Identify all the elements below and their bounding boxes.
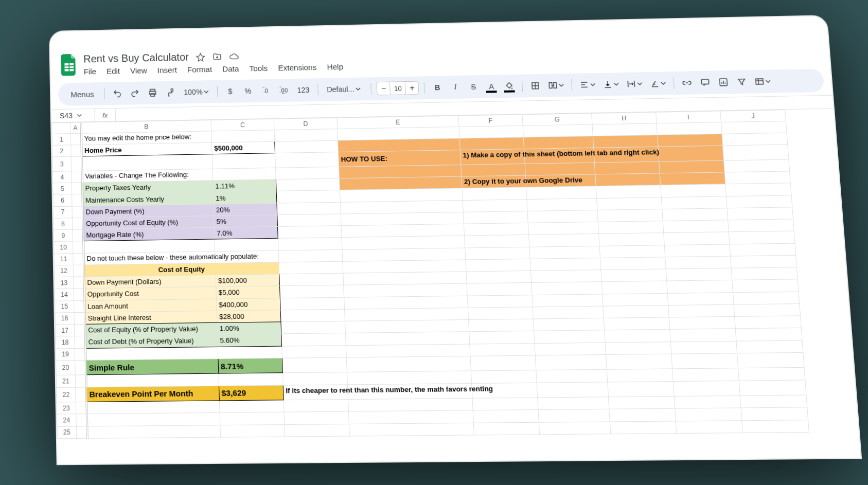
menu-help[interactable]: Help xyxy=(327,62,343,71)
cell-B18[interactable]: Cost of Debt (% of Property Value) xyxy=(85,335,218,348)
bold-button[interactable]: B xyxy=(430,80,445,95)
row-header[interactable]: 16 xyxy=(55,312,74,325)
cell-B14[interactable]: Opportunity Cost xyxy=(84,287,216,300)
row-header[interactable]: 25 xyxy=(57,426,77,439)
toolbar-search[interactable]: Menus xyxy=(63,89,99,99)
row-header[interactable]: 11 xyxy=(54,253,73,265)
menu-insert[interactable]: Insert xyxy=(157,65,177,75)
col-header-D[interactable]: D xyxy=(274,118,337,130)
filter-button[interactable] xyxy=(734,75,750,89)
cell-B22[interactable]: Breakeven Point Per Month xyxy=(86,386,219,402)
name-box[interactable]: S43 xyxy=(51,109,95,122)
cell-C16[interactable]: $28,000 xyxy=(217,310,281,323)
cell-B20[interactable]: Simple Rule xyxy=(85,358,219,375)
fill-color-button[interactable] xyxy=(502,79,517,94)
row-header[interactable]: 8 xyxy=(54,218,73,230)
row-header[interactable]: 14 xyxy=(55,289,74,301)
row-header[interactable]: 5 xyxy=(53,183,72,194)
row-header[interactable]: 23 xyxy=(57,402,76,415)
font-size-value[interactable]: 10 xyxy=(389,82,406,95)
format-percent-button[interactable]: % xyxy=(240,84,255,99)
cell-C7[interactable]: 20% xyxy=(214,203,277,216)
row-header[interactable]: 24 xyxy=(57,414,77,426)
cell-C8[interactable]: 5% xyxy=(214,215,278,228)
row-header[interactable]: 1 xyxy=(52,134,71,146)
cell-D22[interactable]: If its cheaper to rent than this number,… xyxy=(283,384,348,400)
increase-decimal-button[interactable]: .0̲0→ xyxy=(276,83,291,98)
cell-C5[interactable]: 1.11% xyxy=(213,179,277,192)
col-header-E[interactable]: E xyxy=(337,116,459,129)
menu-view[interactable]: View xyxy=(130,66,147,75)
cell-E3[interactable]: HOW TO USE: xyxy=(338,150,460,167)
cell-C22[interactable]: $3,629 xyxy=(219,385,284,401)
horizontal-align-button[interactable] xyxy=(577,77,598,92)
cell-B4[interactable]: Variables - Change The Following: xyxy=(82,169,213,183)
insert-chart-button[interactable] xyxy=(716,75,732,89)
borders-button[interactable] xyxy=(528,78,544,93)
col-header-J[interactable]: J xyxy=(720,110,786,122)
text-wrap-button[interactable] xyxy=(624,76,645,91)
merge-cells-button[interactable] xyxy=(546,78,567,93)
row-header[interactable]: 7 xyxy=(54,206,73,218)
cell-C9[interactable]: 7.0% xyxy=(214,227,278,240)
paint-format-button[interactable] xyxy=(163,85,178,100)
cell-C2[interactable]: $500,000 xyxy=(211,141,275,154)
row-header[interactable]: 2 xyxy=(52,145,71,157)
row-header[interactable]: 13 xyxy=(55,277,74,289)
more-formats-button[interactable]: 123 xyxy=(294,82,313,97)
cell-C18[interactable]: 5.60% xyxy=(218,334,282,347)
row-header[interactable]: 22 xyxy=(57,387,76,402)
cell-F5[interactable]: 2) Copy it to your own Google Drive xyxy=(462,175,526,188)
menu-tools[interactable]: Tools xyxy=(249,64,268,73)
menu-extensions[interactable]: Extensions xyxy=(278,63,316,73)
row-header[interactable]: 19 xyxy=(56,348,75,361)
cell-B16[interactable]: Straight Line Interest xyxy=(84,311,217,324)
text-color-button[interactable]: A xyxy=(484,79,499,94)
text-rotation-button[interactable] xyxy=(648,76,669,91)
spreadsheet-grid[interactable]: A B C D E F G H I J 1 You may edit the h… xyxy=(51,109,859,439)
print-button[interactable] xyxy=(145,85,160,100)
menu-file[interactable]: File xyxy=(83,67,96,76)
font-size-increase[interactable]: + xyxy=(405,83,418,93)
insert-comment-button[interactable] xyxy=(697,75,713,90)
table-view-button[interactable] xyxy=(752,74,774,89)
cloud-status-icon[interactable] xyxy=(229,51,239,61)
font-dropdown[interactable]: Defaul... xyxy=(323,82,366,97)
row-header[interactable]: 18 xyxy=(56,336,75,349)
row-header[interactable]: 20 xyxy=(56,360,75,375)
insert-link-button[interactable] xyxy=(679,76,695,91)
redo-button[interactable] xyxy=(128,86,143,101)
col-header-I[interactable]: I xyxy=(656,111,721,123)
star-icon[interactable] xyxy=(196,52,206,61)
row-header[interactable]: 17 xyxy=(56,325,75,337)
cell-C20[interactable]: 8.71% xyxy=(218,358,282,373)
font-size-decrease[interactable]: − xyxy=(377,84,390,94)
col-header-A[interactable]: A xyxy=(70,122,81,134)
row-header[interactable]: 15 xyxy=(55,300,74,313)
cell-B1[interactable]: You may edit the home price below: xyxy=(81,131,211,145)
vertical-align-button[interactable] xyxy=(600,77,622,92)
col-header-C[interactable]: C xyxy=(211,119,274,131)
select-all-corner[interactable] xyxy=(52,122,71,134)
col-header-F[interactable]: F xyxy=(458,115,523,127)
cell-C17[interactable]: 1.00% xyxy=(217,322,281,335)
row-header[interactable]: 3 xyxy=(52,157,72,172)
cell-F3[interactable]: 1) Make a copy of this sheet (bottom lef… xyxy=(460,149,525,165)
move-folder-icon[interactable] xyxy=(212,52,222,61)
cell-C13[interactable]: $100,000 xyxy=(216,274,279,287)
cell-C14[interactable]: $5,000 xyxy=(216,286,280,299)
row-header[interactable]: 10 xyxy=(54,241,73,253)
cell-C6[interactable]: 1% xyxy=(213,191,277,204)
zoom-dropdown[interactable]: 100% xyxy=(181,84,212,99)
document-title[interactable]: Rent vs Buy Calculator xyxy=(83,51,189,65)
strikethrough-button[interactable]: S xyxy=(466,79,481,94)
col-header-G[interactable]: G xyxy=(522,113,592,125)
decrease-decimal-button[interactable]: .0← xyxy=(258,83,273,98)
cell-B11[interactable]: Do not touch these below - these automat… xyxy=(83,251,215,265)
italic-button[interactable]: I xyxy=(448,80,463,95)
row-header[interactable]: 21 xyxy=(56,375,75,387)
row-header[interactable]: 12 xyxy=(55,265,74,277)
row-header[interactable]: 4 xyxy=(52,171,72,183)
row-header[interactable]: 6 xyxy=(53,194,72,206)
menu-format[interactable]: Format xyxy=(187,65,212,74)
